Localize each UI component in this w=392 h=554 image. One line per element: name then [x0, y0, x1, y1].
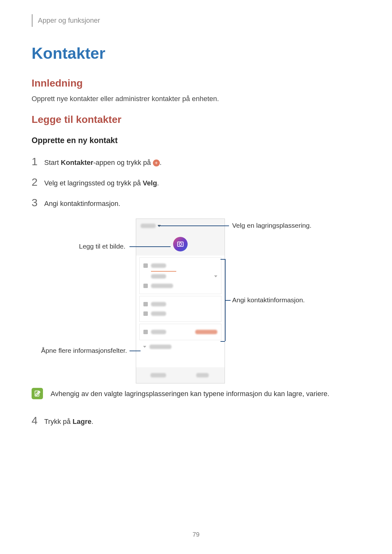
- phone-screenshot: [136, 219, 225, 383]
- save-button-blur: [196, 373, 209, 377]
- note-text: Avhengig av den valgte lagringsplasserin…: [51, 388, 347, 399]
- step-4-bold: Lagre: [73, 418, 92, 425]
- step-4-post: .: [92, 418, 93, 425]
- callout-storage: Velg en lagringsplassering.: [232, 222, 311, 229]
- add-image-button: [173, 237, 188, 251]
- phone-field-blur: [151, 302, 166, 306]
- step-1-bold: Kontakter: [61, 159, 93, 166]
- person-icon: [143, 263, 148, 268]
- callout-image: Legg til et bilde.: [79, 243, 125, 250]
- more-label-blur: [149, 345, 172, 349]
- step-3-text: Angi kontaktinformasjon.: [44, 199, 120, 209]
- storage-label-blur: [141, 224, 156, 228]
- callout-info: Angi kontaktinformasjon.: [232, 296, 305, 304]
- mail-icon: [143, 311, 148, 316]
- leader-line: [158, 226, 229, 226]
- header-rule: [32, 14, 33, 27]
- step-1-mid: -appen og trykk på: [93, 159, 153, 166]
- plus-icon: +: [153, 160, 160, 166]
- page-number: 79: [0, 531, 392, 538]
- step-number-2: 2: [32, 176, 38, 188]
- step-2-text: Velg et lagringssted og trykk på Velg.: [44, 178, 159, 188]
- step-2-post: .: [157, 179, 159, 187]
- intro-text: Opprett nye kontakter eller administrer …: [32, 95, 219, 103]
- step-1-pre: Start: [44, 159, 61, 166]
- callout-more: Åpne flere informasjonsfelter.: [41, 347, 127, 354]
- section-intro-heading: Innledning: [32, 77, 83, 89]
- camera-icon: [177, 242, 184, 247]
- chevron-down-icon: [214, 275, 217, 277]
- cancel-button-blur: [150, 373, 166, 377]
- step-number-1: 1: [32, 155, 38, 168]
- leader-line: [225, 300, 231, 301]
- phone-groups-card: [139, 324, 221, 340]
- leader-bracket-bottom: [220, 341, 225, 342]
- not-assigned-blur: [195, 330, 217, 334]
- step-4-pre: Trykk på: [44, 418, 73, 425]
- step-number-3: 3: [32, 196, 38, 209]
- name2-field-blur: [151, 274, 166, 279]
- section-add-heading: Legge til kontakter: [32, 114, 122, 125]
- subsection-create-heading: Opprette en ny kontakt: [32, 136, 118, 145]
- phone-footer: [136, 367, 225, 383]
- phone-contact-card: [139, 296, 221, 322]
- page-title: Kontakter: [32, 44, 105, 63]
- phone-avatar-area: [136, 233, 225, 256]
- chevron-down-icon: [143, 346, 146, 348]
- phone-more-row: [136, 342, 225, 352]
- leader-line: [130, 351, 141, 351]
- leader-bracket-top: [220, 259, 225, 260]
- phone-name-card: [139, 257, 221, 294]
- name-field-blur: [151, 263, 166, 268]
- work-field-blur: [151, 284, 173, 288]
- note-icon: [32, 388, 43, 399]
- step-1-text: Start Kontakter-appen og trykk på +.: [44, 158, 162, 168]
- step-number-4: 4: [32, 414, 38, 427]
- step-2-bold: Velg: [143, 179, 157, 187]
- group-icon: [143, 330, 148, 334]
- groups-field-blur: [151, 330, 166, 334]
- step-2-pre: Velg et lagringssted og trykk på: [44, 179, 143, 187]
- leader-line: [130, 246, 171, 247]
- breadcrumb: Apper og funksjoner: [38, 16, 100, 25]
- step-1-post: .: [160, 159, 162, 166]
- step-4-text: Trykk på Lagre.: [44, 417, 93, 427]
- email-field-blur: [151, 311, 166, 316]
- phone-icon: [143, 302, 148, 306]
- work-icon: [143, 284, 148, 288]
